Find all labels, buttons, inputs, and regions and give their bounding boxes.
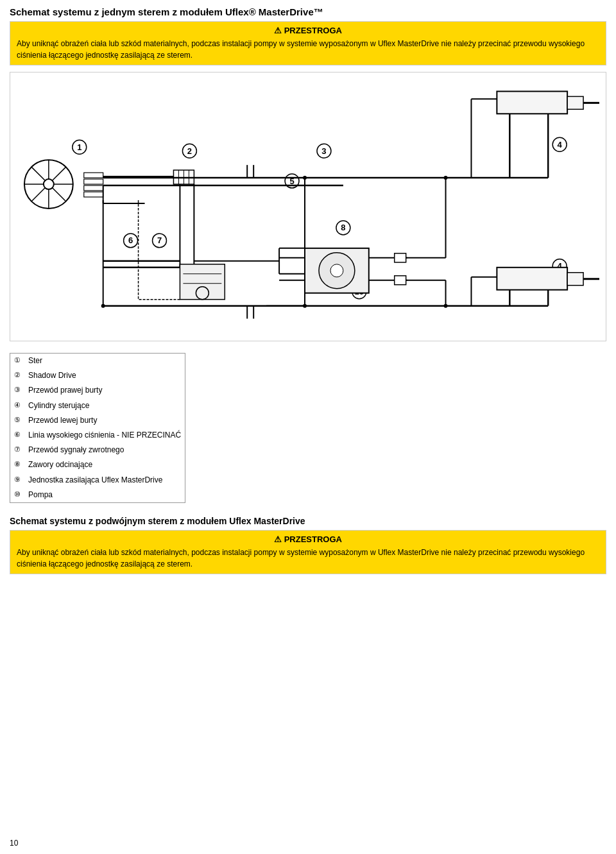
page-number: 10 — [10, 839, 18, 848]
warning-text-2: Aby uniknąć obrażeń ciała lub szkód mate… — [17, 547, 599, 570]
svg-point-95 — [444, 176, 448, 180]
legend-text-5: Przewód lewej burty — [28, 414, 181, 427]
svg-rect-45 — [497, 91, 567, 114]
warning-text-1: Aby uniknąć obrażeń ciała lub szkód mate… — [17, 38, 599, 61]
warning-box-1: PRZESTROGA Aby uniknąć obrażeń ciała lub… — [10, 21, 606, 65]
legend-row-2: ② Shadow Drive — [10, 368, 185, 383]
svg-point-96 — [444, 304, 448, 308]
diagram-container: 1 2 3 5 4 4 6 — [10, 72, 606, 341]
legend-num-5: ⑤ — [14, 414, 28, 426]
warning-title-2: PRZESTROGA — [17, 534, 599, 544]
legend-row-3: ③ Przewód prawej burty — [10, 383, 185, 398]
legend-text-2: Shadow Drive — [28, 370, 181, 382]
svg-rect-78 — [395, 253, 406, 262]
legend-num-8: ⑧ — [14, 459, 28, 470]
svg-text:7: 7 — [157, 235, 162, 245]
legend-text-4: Cylindry sterujące — [28, 400, 181, 412]
legend-text-9: Jednostka zasilająca Uflex MasterDrive — [28, 474, 181, 486]
legend-text-6: Linia wysokiego ciśnienia - NIE PRZECINA… — [28, 429, 181, 441]
svg-point-93 — [303, 176, 307, 180]
legend-num-10: ⑩ — [14, 489, 28, 500]
svg-text:2: 2 — [187, 146, 192, 156]
svg-rect-46 — [567, 96, 583, 109]
legend-row-7: ⑦ Przewód sygnały zwrotnego — [10, 443, 185, 457]
legend-row-10: ⑩ Pompa — [10, 488, 185, 502]
svg-text:6: 6 — [128, 235, 133, 245]
legend-row-1: ① Ster — [10, 354, 185, 368]
svg-rect-79 — [395, 276, 406, 285]
main-title: Schemat systemu z jednym sterem z modułe… — [10, 6, 606, 17]
bottom-section: Schemat systemu z podwójnym sterem z mod… — [10, 516, 606, 574]
legend-num-1: ① — [14, 355, 28, 366]
svg-point-94 — [303, 304, 307, 308]
legend-row-8: ⑧ Zawory odcinające — [10, 457, 185, 472]
warning-title-1: PRZESTROGA — [17, 26, 599, 35]
section2-title: Schemat systemu z podwójnym sterem z mod… — [10, 516, 606, 526]
legend-num-2: ② — [14, 370, 28, 381]
svg-rect-57 — [567, 273, 583, 286]
legend-num-9: ⑨ — [14, 474, 28, 486]
svg-point-73 — [330, 264, 343, 277]
legend-row-9: ⑨ Jednostka zasilająca Uflex MasterDrive — [10, 473, 185, 488]
svg-rect-0 — [10, 75, 606, 337]
legend-num-3: ③ — [14, 384, 28, 396]
legend-row-5: ⑤ Przewód lewej burty — [10, 413, 185, 428]
svg-rect-67 — [180, 264, 225, 300]
svg-point-97 — [101, 304, 105, 308]
svg-text:4: 4 — [558, 140, 563, 149]
legend-num-6: ⑥ — [14, 429, 28, 441]
legend-text-8: Zawory odcinające — [28, 459, 181, 471]
svg-text:3: 3 — [321, 146, 326, 156]
legend-text-10: Pompa — [28, 489, 181, 501]
diagram-svg: 1 2 3 5 4 4 6 — [10, 73, 606, 341]
legend-text-3: Przewód prawej burty — [28, 384, 181, 397]
legend-text-1: Ster — [28, 355, 181, 367]
legend-box: ① Ster ② Shadow Drive ③ Przewód prawej b… — [10, 353, 185, 503]
legend-text-7: Przewód sygnały zwrotnego — [28, 444, 181, 456]
svg-text:1: 1 — [77, 142, 81, 152]
legend-row-4: ④ Cylindry sterujące — [10, 398, 185, 413]
warning-box-2: PRZESTROGA Aby uniknąć obrażeń ciała lub… — [10, 530, 606, 574]
legend-row-6: ⑥ Linia wysokiego ciśnienia - NIE PRZECI… — [10, 428, 185, 443]
svg-rect-56 — [497, 268, 567, 290]
svg-text:8: 8 — [341, 223, 345, 232]
legend-num-4: ④ — [14, 400, 28, 411]
legend-num-7: ⑦ — [14, 444, 28, 456]
